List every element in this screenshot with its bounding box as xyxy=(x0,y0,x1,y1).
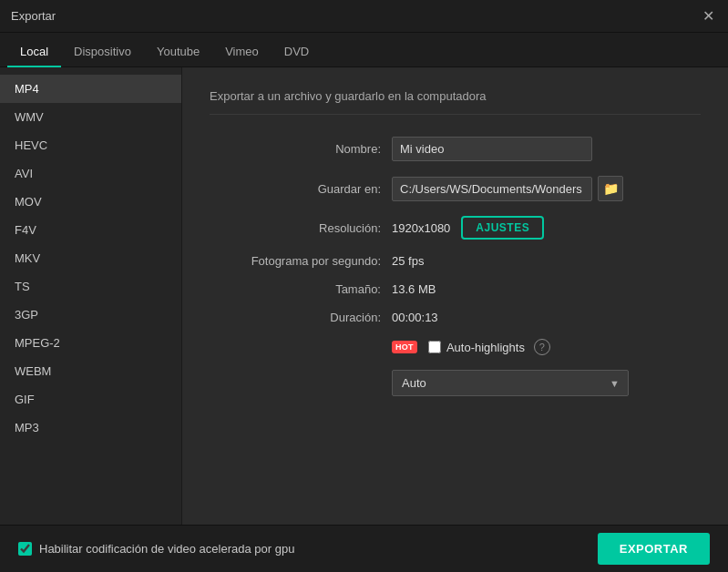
duracion-label: Duración: xyxy=(210,311,392,324)
dialog-title: Exportar xyxy=(11,9,56,23)
sidebar-item-webm[interactable]: WEBM xyxy=(0,357,181,385)
ajustes-button[interactable]: AJUSTES xyxy=(461,216,544,240)
fotograma-value: 25 fps xyxy=(392,254,701,268)
dropdown-row: Auto Opción 1 Opción 2 ▼ xyxy=(210,370,701,396)
close-button[interactable]: ✕ xyxy=(699,7,717,26)
sidebar-item-mp4[interactable]: MP4 xyxy=(0,75,181,103)
sidebar-item-f4v[interactable]: F4V xyxy=(0,216,181,244)
folder-row: C:/Users/WS/Documents/Wonders 📁 xyxy=(392,176,623,201)
auto-highlights-label[interactable]: Auto-highlights xyxy=(428,341,525,354)
tab-vimeo[interactable]: Vimeo xyxy=(212,37,272,67)
tamano-value: 13.6 MB xyxy=(392,282,701,296)
main-layout: MP4 WMV HEVC AVI MOV F4V MKV TS 3GP MPEG… xyxy=(0,67,728,572)
title-bar: Exportar ✕ xyxy=(0,0,728,33)
bottom-bar: Habilitar codificación de video acelerad… xyxy=(0,525,728,572)
dropdown-wrapper: Auto Opción 1 Opción 2 ▼ xyxy=(392,370,629,396)
sidebar-item-3gp[interactable]: 3GP xyxy=(0,301,181,329)
highlights-content: HOT Auto-highlights ? xyxy=(392,339,550,355)
sidebar-item-gif[interactable]: GIF xyxy=(0,385,181,414)
tamano-row: Tamaño: 13.6 MB xyxy=(210,282,701,296)
gpu-checkbox[interactable] xyxy=(18,542,32,556)
tab-dispositivo[interactable]: Dispositivo xyxy=(61,37,144,67)
tab-bar: Local Dispositivo Youtube Vimeo DVD xyxy=(0,33,728,67)
auto-highlights-text: Auto-highlights xyxy=(446,341,525,354)
tab-youtube[interactable]: Youtube xyxy=(144,37,212,67)
tab-local[interactable]: Local xyxy=(7,37,61,67)
sidebar-item-hevc[interactable]: HEVC xyxy=(0,131,181,159)
fotograma-label: Fotograma por segundo: xyxy=(210,254,392,268)
auto-dropdown[interactable]: Auto Opción 1 Opción 2 xyxy=(392,370,629,396)
sidebar-item-ts[interactable]: TS xyxy=(0,272,181,301)
sidebar-item-mp3[interactable]: MP3 xyxy=(0,414,181,442)
export-button[interactable]: EXPORTAR xyxy=(598,533,710,565)
folder-browse-button[interactable]: 📁 xyxy=(598,176,623,201)
nombre-label: Nombre: xyxy=(210,142,392,156)
resolution-row: 1920x1080 AJUSTES xyxy=(392,216,544,240)
sidebar-item-mov[interactable]: MOV xyxy=(0,188,181,216)
tamano-label: Tamaño: xyxy=(210,282,392,296)
fotograma-row: Fotograma por segundo: 25 fps xyxy=(210,254,701,268)
info-icon[interactable]: ? xyxy=(534,339,550,355)
gpu-acceleration-label[interactable]: Habilitar codificación de video acelerad… xyxy=(18,542,294,556)
resolucion-value: 1920x1080 xyxy=(392,221,450,235)
sidebar-item-wmv[interactable]: WMV xyxy=(0,103,181,131)
sidebar-item-mkv[interactable]: MKV xyxy=(0,244,181,272)
sidebar-item-avi[interactable]: AVI xyxy=(0,159,181,188)
nombre-input[interactable] xyxy=(392,137,592,161)
sidebar: MP4 WMV HEVC AVI MOV F4V MKV TS 3GP MPEG… xyxy=(0,67,182,572)
folder-path: C:/Users/WS/Documents/Wonders xyxy=(392,177,592,201)
gpu-label-text: Habilitar codificación de video acelerad… xyxy=(39,542,294,556)
content-panel: Exportar a un archivo y guardarlo en la … xyxy=(182,67,728,572)
duracion-value: 00:00:13 xyxy=(392,311,701,324)
export-description: Exportar a un archivo y guardarlo en la … xyxy=(210,89,701,115)
hot-badge: HOT xyxy=(392,341,417,353)
highlights-row: HOT Auto-highlights ? xyxy=(210,339,701,355)
guardar-row: Guardar en: C:/Users/WS/Documents/Wonder… xyxy=(210,176,701,201)
sidebar-item-mpeg2[interactable]: MPEG-2 xyxy=(0,329,181,357)
duracion-row: Duración: 00:00:13 xyxy=(210,311,701,324)
tab-dvd[interactable]: DVD xyxy=(272,37,322,67)
resolucion-label: Resolución: xyxy=(210,221,392,235)
resolucion-row: Resolución: 1920x1080 AJUSTES xyxy=(210,216,701,240)
auto-highlights-checkbox[interactable] xyxy=(428,341,441,353)
nombre-row: Nombre: xyxy=(210,137,701,161)
folder-icon: 📁 xyxy=(603,181,619,196)
guardar-label: Guardar en: xyxy=(210,182,392,196)
